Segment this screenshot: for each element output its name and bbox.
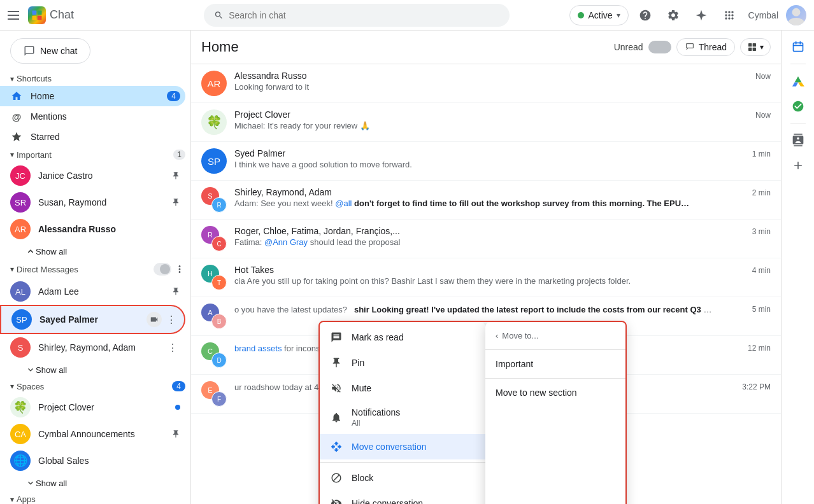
shirley-group-avatar: S R <box>201 187 227 213</box>
clover-chat-avatar: 🍀 <box>201 109 227 135</box>
logo-icon <box>28 6 46 24</box>
contacts-icon[interactable] <box>787 129 810 151</box>
dm-section[interactable]: ▾ Direct Messages <box>0 260 190 278</box>
clover-chat-time: Now <box>755 109 771 120</box>
chat-row-shirley-group[interactable]: S R Shirley, Raymond, Adam Adam: See you… <box>191 181 781 220</box>
spaces-section[interactable]: ▾ Spaces 4 <box>0 379 190 394</box>
alessandra-chat-time: Now <box>755 71 771 81</box>
hamburger-menu-icon[interactable] <box>8 8 23 23</box>
dm-more-icon[interactable] <box>174 263 185 275</box>
new-chat-icon <box>24 45 35 57</box>
chat-row-syed[interactable]: SP Syed Palmer I think we have a good so… <box>191 142 781 181</box>
chat-row-hot-takes[interactable]: H T Hot Takes cia Are you still up for t… <box>191 258 781 297</box>
ctx-move-label: Move conversation <box>352 442 427 452</box>
important-section[interactable]: ▾ Important 1 <box>0 147 190 162</box>
svg-rect-3 <box>38 15 42 20</box>
important-label: Important <box>17 150 52 160</box>
sayed-video-icon[interactable] <box>146 312 162 327</box>
add-icon[interactable] <box>787 154 810 177</box>
ctx-notifications[interactable]: Notifications All <box>320 401 485 434</box>
ctx-mute-icon <box>330 382 343 395</box>
chat-row-roger-group[interactable]: R C Roger, Chloe, Fatima, Jordan, Françi… <box>191 220 781 258</box>
apps-grid-icon[interactable] <box>718 4 741 27</box>
show-all-spaces[interactable]: Show all <box>0 474 185 492</box>
apps-section[interactable]: ▾ Apps <box>0 492 190 504</box>
ctx-block-icon <box>330 472 343 484</box>
view-button[interactable]: ▾ <box>740 38 771 56</box>
contact-item-adam[interactable]: AL Adam Lee <box>0 278 185 305</box>
contact-item-susan[interactable]: SR Susan, Raymond <box>0 189 185 216</box>
ctx-hide[interactable]: Hide conversation <box>320 491 485 504</box>
mentions-label: Mentions <box>31 111 180 122</box>
sayed-more-icon[interactable]: ⋮ <box>164 312 179 327</box>
clover-chat-body: Project Clover Michael: It's ready for y… <box>234 109 750 130</box>
contact-item-sayed[interactable]: SP Sayed Palmer ⋮ <box>0 305 185 334</box>
global-avatar: 🌐 <box>10 451 31 471</box>
ctx-hide-label: Hide conversation <box>352 498 423 504</box>
ctx-block-label: Block <box>352 473 373 483</box>
contact-item-cymbal[interactable]: CA Cymbal Announcements <box>0 421 185 447</box>
ctx-block[interactable]: Block <box>320 465 485 491</box>
adam-avatar: AL <box>10 281 31 302</box>
settings-icon[interactable] <box>662 4 685 27</box>
dm-toggle[interactable] <box>154 263 171 276</box>
chat7-preview: o you have the latest updates? shir Look… <box>234 305 712 314</box>
chat-row-clover[interactable]: 🍀 Project Clover Michael: It's ready for… <box>191 103 781 142</box>
thread-label: Thread <box>699 42 727 52</box>
show-all-important[interactable]: Show all <box>0 242 185 260</box>
sidebar-item-starred[interactable]: Starred <box>0 127 185 147</box>
sidebar-item-home[interactable]: Home 4 <box>0 86 185 106</box>
topbar-right: Active ▾ Cymbal <box>569 4 806 27</box>
contact-item-clover[interactable]: 🍀 Project Clover <box>0 394 185 421</box>
hot-takes-chat-preview: cia Are you still up for taking point on… <box>234 276 712 286</box>
ctx-mark-read[interactable]: Mark as read <box>320 325 485 350</box>
thread-button[interactable]: Thread <box>676 38 735 56</box>
ctx-pin[interactable]: Pin <box>320 350 485 375</box>
submenu-important[interactable]: Important <box>485 353 625 375</box>
new-chat-label: New chat <box>40 46 77 56</box>
chat7-time: 5 min <box>752 304 771 314</box>
ctx-pin-label: Pin <box>352 358 364 368</box>
sparkle-icon[interactable] <box>690 4 713 27</box>
ctx-mute-label: Mute <box>352 383 371 393</box>
shortcuts-section[interactable]: ▾ Shortcuts <box>0 71 190 86</box>
submenu-back[interactable]: ‹ Move to... <box>485 325 625 347</box>
status-badge[interactable]: Active ▾ <box>569 5 628 25</box>
alessandra-name: Alessandra Russo <box>38 224 180 234</box>
submenu-new-section[interactable]: Move to new section <box>485 381 625 404</box>
show-all-dm[interactable]: Show all <box>0 361 185 379</box>
syed-chat-name: Syed Palmer <box>234 148 747 158</box>
shirley-group-chat-body: Shirley, Raymond, Adam Adam: See you nex… <box>234 187 747 208</box>
chat8-time: 12 min <box>748 342 771 353</box>
contact-item-global-sales[interactable]: 🌐 Global Sales <box>0 447 185 474</box>
drive-icon[interactable] <box>787 69 810 92</box>
unread-toggle[interactable] <box>648 41 671 53</box>
shirley-avatar: S <box>10 337 31 358</box>
sidebar-item-mentions[interactable]: @ Mentions <box>0 106 185 127</box>
ctx-move-conversation[interactable]: Move conversation <box>320 434 485 459</box>
main-layout: New chat ▾ Shortcuts Home 4 @ Mentions S… <box>0 31 814 504</box>
apps-label: Apps <box>17 494 36 504</box>
page-title: Home <box>201 39 614 55</box>
contact-item-alessandra[interactable]: AR Alessandra Russo <box>0 216 185 242</box>
sayed-avatar: SP <box>11 309 32 330</box>
chevron-down-icon: ▾ <box>617 11 620 20</box>
calendar-icon[interactable] <box>787 36 810 59</box>
ctx-notifications-label: Notifications <box>352 407 400 417</box>
search-bar[interactable] <box>204 4 510 27</box>
contact-item-janice[interactable]: JC Janice Castro <box>0 162 185 189</box>
ctx-mute[interactable]: Mute <box>320 375 485 401</box>
shirley-more-icon[interactable]: ⋮ <box>165 340 180 355</box>
profile-avatar[interactable] <box>786 5 806 25</box>
home-icon <box>10 90 23 102</box>
new-chat-button[interactable]: New chat <box>10 38 90 64</box>
contact-item-shirley[interactable]: S Shirley, Raymond, Adam ⋮ <box>0 334 185 361</box>
help-icon[interactable] <box>634 4 657 27</box>
tasks-icon[interactable] <box>787 95 810 118</box>
chat-row-alessandra[interactable]: AR Alessandra Russo Looking forward to i… <box>191 64 781 103</box>
home-label: Home <box>31 91 167 101</box>
search-input[interactable] <box>229 10 499 20</box>
active-label: Active <box>588 10 612 20</box>
hot-takes-avatar: H T <box>201 265 227 290</box>
spaces-chevron: ▾ <box>10 382 14 391</box>
